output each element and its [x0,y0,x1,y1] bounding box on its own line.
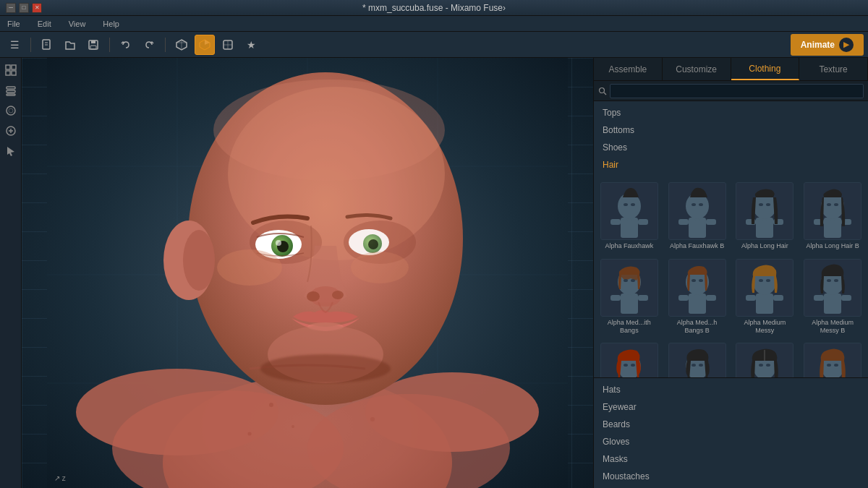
hair-item-label: Alpha Medium Messy [736,319,793,335]
svg-point-17 [9,108,13,113]
hair-thumbnail [736,259,793,317]
toolbar-separator-3 [165,38,166,52]
content-area[interactable]: Alpha Fauxhawk [594,176,868,377]
hair-item[interactable]: Alpha Medium Wavy B [665,340,730,377]
menu-bar: File Edit View Help [0,16,868,32]
hair-item-label: Alpha Med...h Bangs B [668,319,726,335]
hair-thumbnail [668,343,726,377]
svg-point-126 [631,364,635,367]
main-layout: ↗ z Assemble Customize Clothing Texture [0,58,868,488]
svg-point-69 [624,203,628,206]
svg-point-90 [827,203,831,206]
hair-item[interactable]: Alpha Long Hair [733,179,798,253]
hair-item-label: Alpha Med...ith Bangs [600,319,658,335]
svg-point-83 [759,203,763,206]
hair-thumbnail [804,343,861,377]
hamburger-button[interactable]: ☰ [4,35,25,55]
grid-icon[interactable] [3,62,19,78]
svg-rect-14 [7,90,15,93]
svg-rect-65 [610,219,621,225]
svg-point-77 [699,203,703,206]
svg-point-97 [624,279,628,282]
tab-texture[interactable]: Texture [799,58,868,80]
menu-edit[interactable]: Edit [35,18,54,30]
hair-item[interactable]: Alpha Middle Part [733,340,798,377]
viewport[interactable]: ↗ z [22,58,593,488]
svg-point-48 [217,249,282,286]
redo-button[interactable] [139,35,159,55]
svg-rect-10 [12,65,16,69]
cursor-icon[interactable] [3,143,19,159]
right-panel: Assemble Customize Clothing Texture Tops [593,58,868,488]
close-button[interactable]: ✕ [32,3,42,13]
undo-button[interactable] [116,35,136,55]
cube-solid-button[interactable] [195,35,215,55]
svg-point-132 [692,364,696,367]
layers-icon[interactable] [3,82,19,98]
star-button[interactable]: ★ [241,35,261,55]
hair-item[interactable]: Alpha Med...ith Bangs [597,256,662,338]
category-gloves[interactable]: Gloves [594,433,868,450]
hair-item[interactable]: Alpha Med...h Bangs B [665,256,730,338]
svg-rect-15 [7,94,15,95]
svg-point-76 [692,203,696,206]
animate-button[interactable]: Animate ▶ [791,34,864,56]
maximize-button[interactable]: □ [19,3,29,13]
svg-rect-13 [7,87,15,89]
plus-circle-icon[interactable] [3,123,19,139]
svg-rect-78 [756,218,773,238]
category-eyewear[interactable]: Eyewear [594,398,868,416]
svg-text:↗ z: ↗ z [54,474,66,482]
hair-thumbnail [668,182,726,240]
hair-item[interactable]: Alpha Fauxhawk [597,179,662,253]
tab-clothing[interactable]: Clothing [731,58,800,80]
menu-view[interactable]: View [66,18,89,30]
svg-point-125 [624,364,628,367]
tab-assemble[interactable]: Assemble [594,58,663,80]
category-hats[interactable]: Hats [594,381,868,398]
svg-point-84 [766,203,770,206]
menu-file[interactable]: File [4,18,23,30]
hair-grid: Alpha Fauxhawk [597,179,865,377]
save-button[interactable] [83,35,103,55]
svg-point-34 [183,230,215,291]
hair-item[interactable]: Alpha Fauxhawk B [665,179,730,253]
new-file-button[interactable] [37,35,57,55]
left-sidebar [0,58,22,488]
hair-item-label: Alpha Long Hair [741,242,788,250]
category-moustaches[interactable]: Moustaches [594,468,868,485]
svg-rect-64 [621,218,638,238]
category-shoes[interactable]: Shoes [594,139,868,156]
svg-rect-108 [773,295,783,301]
svg-line-63 [604,93,606,95]
svg-point-141 [766,364,770,367]
category-hair[interactable]: Hair [594,156,868,174]
svg-point-46 [307,291,320,301]
cube-alt-button[interactable] [218,35,238,55]
category-bottoms[interactable]: Bottoms [594,121,868,139]
hair-item[interactable]: Alpha Long Hair B [800,179,865,253]
hair-item[interactable]: Alpha Medium Messy B [800,256,865,338]
svg-rect-94 [638,295,648,301]
svg-rect-12 [12,71,16,75]
circle-icon[interactable] [3,103,19,119]
search-input[interactable] [610,84,864,98]
hair-item[interactable]: Alpha Medium Messy [733,256,798,338]
tab-customize[interactable]: Customize [663,58,731,80]
svg-point-56 [292,425,294,428]
category-beards[interactable]: Beards [594,416,868,433]
hair-item[interactable]: Alpha Middle Part B [800,340,865,377]
open-button[interactable] [60,35,80,55]
svg-rect-92 [621,294,638,314]
toolbar-separator-1 [30,38,31,52]
svg-rect-115 [841,295,851,301]
menu-help[interactable]: Help [100,18,122,30]
category-tops[interactable]: Tops [594,104,868,121]
svg-point-58 [349,400,352,403]
svg-rect-114 [814,295,824,301]
hair-item[interactable]: Alpha Medium Wavy [597,340,662,377]
category-masks[interactable]: Masks [594,450,868,468]
minimize-button[interactable]: ─ [6,3,16,13]
hair-thumbnail [804,259,861,317]
cube-outline-button[interactable] [171,35,192,55]
